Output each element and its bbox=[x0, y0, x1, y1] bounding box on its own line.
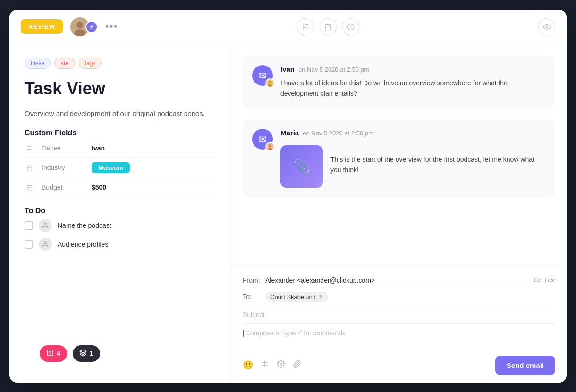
toolbar-icons: 🙂 bbox=[243, 360, 301, 371]
comment-author-maria: Maria bbox=[280, 129, 299, 137]
badge-red-count: 4 bbox=[57, 350, 60, 357]
budget-field-value[interactable]: $500 bbox=[92, 183, 106, 191]
comment-item-ivan: ✉ Ivan on Nov 5 2020 at 2:50 p bbox=[243, 56, 555, 108]
badge-dark-count: 1 bbox=[90, 350, 93, 357]
email-to-row: To: Court Skabelund ✕ bbox=[243, 288, 555, 306]
emoji-icon-button[interactable]: 🙂 bbox=[243, 360, 253, 370]
industry-field-icon: ⊟ bbox=[25, 163, 34, 172]
comment-header-maria: Maria on Nov 5 2020 at 2:50 pm bbox=[280, 129, 546, 137]
more-options-button[interactable]: ••• bbox=[105, 21, 118, 32]
to-recipient-name: Court Skabelund bbox=[270, 293, 316, 300]
flag-icon-button[interactable] bbox=[297, 18, 314, 35]
comment-avatar-maria: ✉ bbox=[252, 129, 273, 150]
owner-field-value[interactable]: Ivan bbox=[92, 144, 105, 152]
task-description: Overview and development of our original… bbox=[25, 108, 216, 119]
counter-badge-red[interactable]: 4 bbox=[40, 345, 67, 362]
counter-badge-dark[interactable]: 1 bbox=[73, 345, 100, 362]
attachment-box[interactable]: 📎 bbox=[280, 145, 323, 188]
slash-command-icon-button[interactable] bbox=[261, 360, 269, 371]
email-toolbar: 🙂 bbox=[243, 352, 555, 375]
todo-avatar-2 bbox=[39, 238, 52, 251]
industry-field-label: Industry bbox=[42, 164, 84, 171]
bcc-button[interactable]: Bcc bbox=[545, 276, 555, 284]
todo-checkbox-1[interactable] bbox=[25, 221, 33, 230]
comment-text-ivan: I have a lot of ideas for this! Do we ha… bbox=[280, 78, 546, 99]
comment-with-attachment: 📎 This is the start of the overview for … bbox=[280, 142, 546, 188]
svg-point-11 bbox=[44, 242, 46, 244]
comment-item-maria: ✉ Maria on Nov 5 2020 at 2:50 bbox=[243, 119, 555, 197]
tag-are[interactable]: are bbox=[54, 58, 75, 69]
settings-icon-button[interactable] bbox=[277, 360, 285, 371]
todo-section: To Do Name the podcast bbox=[25, 207, 216, 251]
custom-fields-section: Custom Fields ≡ Owner Ivan ⊟ Industry Mu… bbox=[25, 129, 216, 197]
comments-area: ✉ Ivan on Nov 5 2020 at 2:50 p bbox=[231, 44, 567, 265]
tag-these[interactable]: these bbox=[25, 58, 51, 69]
svg-point-1 bbox=[76, 22, 83, 28]
comment-time-maria: on Nov 5 2020 at 2:50 pm bbox=[303, 130, 373, 137]
todo-checkbox-2[interactable] bbox=[25, 240, 33, 249]
custom-fields-title: Custom Fields bbox=[25, 129, 216, 137]
comment-body-ivan: Ivan on Nov 5 2020 at 2:50 pm I have a l… bbox=[280, 65, 546, 99]
app-window: REVIEW + ••• bbox=[9, 10, 567, 383]
svg-point-17 bbox=[269, 144, 271, 147]
top-bar-right bbox=[538, 18, 555, 35]
comment-header-ivan: Ivan on Nov 5 2020 at 2:50 pm bbox=[280, 65, 546, 73]
right-panel: ✉ Ivan on Nov 5 2020 at 2:50 p bbox=[231, 44, 567, 383]
add-member-button[interactable]: + bbox=[85, 21, 98, 33]
todo-item-1: Name the podcast bbox=[25, 219, 216, 232]
svg-point-10 bbox=[44, 223, 46, 225]
svg-point-9 bbox=[546, 26, 548, 28]
compose-placeholder: Compose or type '/' for commands bbox=[246, 329, 346, 337]
field-row-industry: ⊟ Industry Museum bbox=[25, 158, 216, 178]
field-row-budget: ⊟ Budget $500 bbox=[25, 178, 216, 197]
comment-time-ivan: on Nov 5 2020 at 2:50 pm bbox=[298, 66, 369, 73]
top-bar-center bbox=[297, 18, 359, 35]
remove-recipient-button[interactable]: ✕ bbox=[319, 293, 323, 300]
left-panel: these are tags Task View Overview and de… bbox=[9, 44, 231, 383]
field-row-owner: ≡ Owner Ivan bbox=[25, 139, 216, 158]
calendar-icon-button[interactable] bbox=[320, 18, 337, 35]
cc-button[interactable]: Cc bbox=[534, 276, 541, 284]
task-title: Task View bbox=[25, 78, 216, 99]
todo-label-1: Name the podcast bbox=[58, 222, 111, 229]
attachment-icon-button[interactable] bbox=[293, 360, 301, 371]
badge-red-icon bbox=[46, 349, 54, 358]
eye-icon-button[interactable] bbox=[538, 18, 555, 35]
attachment-paperclip-icon: 📎 bbox=[294, 159, 310, 175]
compose-area[interactable]: Compose or type '/' for commands bbox=[243, 324, 555, 352]
envelope-icon-2: ✉ bbox=[259, 133, 267, 145]
to-recipient-tag[interactable]: Court Skabelund ✕ bbox=[265, 292, 328, 302]
from-label: From: bbox=[243, 276, 262, 284]
subject-placeholder[interactable]: Subject bbox=[243, 311, 265, 318]
todo-title: To Do bbox=[25, 207, 216, 215]
tags-row: these are tags bbox=[25, 58, 216, 69]
owner-field-label: Owner bbox=[42, 144, 84, 152]
comment-text-maria: This is the start of the overview for th… bbox=[330, 154, 546, 175]
top-bar-left: REVIEW + ••• bbox=[21, 17, 118, 36]
industry-field-value[interactable]: Museum bbox=[92, 162, 130, 173]
owner-field-icon: ≡ bbox=[25, 144, 34, 152]
todo-avatar-1 bbox=[39, 219, 52, 232]
budget-field-icon: ⊟ bbox=[25, 183, 34, 192]
envelope-icon: ✉ bbox=[259, 70, 267, 81]
send-email-button[interactable]: Send email bbox=[495, 356, 555, 375]
comment-avatar-ivan: ✉ bbox=[252, 65, 273, 86]
email-from-row: From: Alexander <alexander@clickup.com> … bbox=[243, 273, 555, 288]
custom-fields-list: ≡ Owner Ivan ⊟ Industry Museum ⊟ Budget bbox=[25, 139, 216, 197]
tag-tags[interactable]: tags bbox=[79, 58, 102, 69]
svg-point-14 bbox=[269, 81, 271, 83]
clock-icon-button[interactable] bbox=[342, 18, 359, 35]
top-bar: REVIEW + ••• bbox=[9, 10, 567, 44]
main-content: these are tags Task View Overview and de… bbox=[9, 44, 567, 383]
avatar-group: + bbox=[70, 17, 98, 36]
badge-dark-icon bbox=[79, 349, 87, 358]
comment-sub-avatar-ivan bbox=[265, 78, 275, 88]
email-compose: From: Alexander <alexander@clickup.com> … bbox=[231, 265, 567, 383]
svg-point-19 bbox=[280, 363, 282, 365]
todo-items: Name the podcast Audience profiles bbox=[25, 219, 216, 251]
from-value: Alexander <alexander@clickup.com> bbox=[265, 276, 530, 284]
status-badge: REVIEW bbox=[21, 19, 63, 34]
comment-sub-avatar-maria bbox=[265, 142, 275, 151]
comment-body-maria: Maria on Nov 5 2020 at 2:50 pm 📎 This is… bbox=[280, 129, 546, 188]
bottom-bar: 4 1 bbox=[25, 338, 216, 369]
